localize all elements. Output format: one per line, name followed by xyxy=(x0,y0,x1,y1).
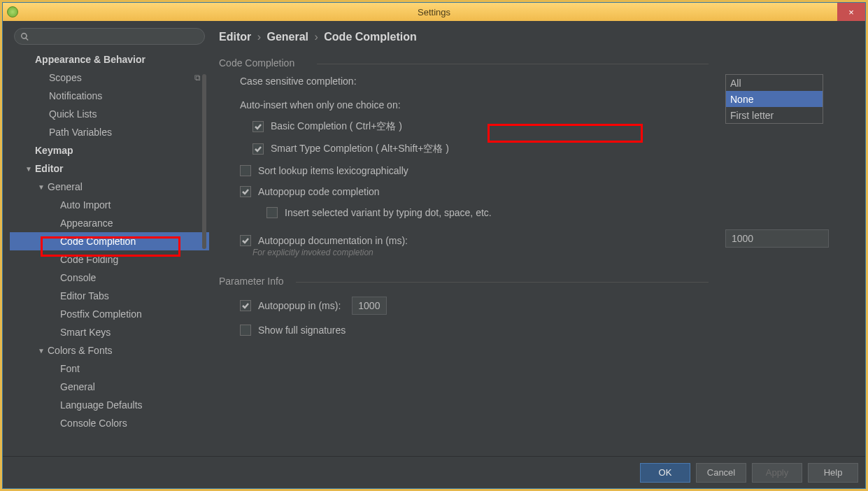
breadcrumb-part: Code Completion xyxy=(324,31,416,43)
tree-item[interactable]: Console Colors xyxy=(10,414,209,432)
tree-item-label: Keymap xyxy=(35,145,73,156)
tree-item-label: Code Folding xyxy=(60,254,118,265)
tree-item-label: Editor xyxy=(35,163,63,174)
label-autopopup-doc: Autopopup documentation in (ms): xyxy=(258,235,408,246)
settings-window: Settings × Appearance & BehaviorScopes⧉N… xyxy=(2,2,866,489)
breadcrumb-sep: › xyxy=(255,31,264,43)
tree-item-label: General xyxy=(60,381,95,392)
cancel-button[interactable]: Cancel xyxy=(696,463,746,483)
tree-item[interactable]: Smart Keys xyxy=(10,323,209,341)
ok-button[interactable]: OK xyxy=(640,463,690,483)
input-doc-ms[interactable]: 1000 xyxy=(725,229,829,248)
tree-item[interactable]: Appearance & Behavior xyxy=(10,50,209,69)
section-parameter-info: Parameter Info xyxy=(219,271,848,294)
checkbox-pi-autopopup[interactable] xyxy=(240,300,251,311)
dropdown-item[interactable]: None xyxy=(726,91,823,107)
copy-icon: ⧉ xyxy=(194,73,201,83)
checkbox-sort[interactable] xyxy=(240,165,251,176)
tree-item-label: Console Colors xyxy=(60,418,127,429)
tree-item[interactable]: Font xyxy=(10,360,209,378)
checkbox-pi-full[interactable] xyxy=(240,325,251,336)
form: Code Completion Case sensitive completio… xyxy=(219,53,848,449)
label-pi-full: Show full signatures xyxy=(258,325,346,336)
tree-item[interactable]: ▼Editor xyxy=(10,159,209,178)
label-pi-autopopup: Autopopup in (ms): xyxy=(258,300,341,311)
tree-item-label: Appearance & Behavior xyxy=(35,54,145,65)
tree-item-label: Scopes xyxy=(49,72,82,83)
tree-item-label: Colors & Fonts xyxy=(48,345,113,356)
scrollbar-thumb[interactable] xyxy=(202,74,206,249)
checkbox-basic[interactable] xyxy=(252,121,264,132)
left-pane: Appearance & BehaviorScopes⧉Notification… xyxy=(10,28,209,449)
tree-item[interactable]: Language Defaults xyxy=(10,396,209,414)
tree-item-label: Appearance xyxy=(60,218,113,229)
tree-item-label: Quick Lists xyxy=(49,108,97,120)
tree-item-label: Editor Tabs xyxy=(60,290,109,301)
tree-item[interactable]: Scopes⧉ xyxy=(10,69,209,87)
tree-item-label: Console xyxy=(60,272,96,283)
tree-item-label: Auto Import xyxy=(60,199,111,211)
tree-item-label: Notifications xyxy=(49,90,102,101)
close-button[interactable]: × xyxy=(837,3,865,21)
checkbox-autopopup-cc[interactable] xyxy=(240,186,251,197)
window-title: Settings xyxy=(418,7,450,17)
tree-item[interactable]: Console xyxy=(10,269,209,287)
tree-item-label: Postfix Completion xyxy=(60,308,142,320)
tree-item[interactable]: ▼General xyxy=(10,178,209,196)
app-icon xyxy=(7,6,18,17)
chevron-down-icon: ▼ xyxy=(25,165,34,173)
dropdown-item[interactable]: First letter xyxy=(726,107,823,123)
label-smart: Smart Type Completion ( Alt+Shift+空格 ) xyxy=(271,143,449,155)
checkbox-smart[interactable] xyxy=(252,143,264,155)
tree-item-label: Code Completion xyxy=(60,236,136,247)
label-case-sensitive: Case sensitive completion: xyxy=(240,76,357,87)
label-auto-insert: Auto-insert when only one choice on: xyxy=(240,99,401,111)
apply-button[interactable]: Apply xyxy=(752,463,802,483)
footer: OK Cancel Apply Help xyxy=(3,456,865,488)
label-insert-variant: Insert selected variant by typing dot, s… xyxy=(285,207,492,218)
tree-item-label: Language Defaults xyxy=(60,399,143,411)
dialog-body: Appearance & BehaviorScopes⧉Notification… xyxy=(3,21,865,456)
search-input[interactable] xyxy=(14,28,205,45)
help-button[interactable]: Help xyxy=(808,463,858,483)
tree-item[interactable]: Postfix Completion xyxy=(10,305,209,323)
section-code-completion: Code Completion xyxy=(219,53,848,76)
tree-item-label: Path Variables xyxy=(49,127,112,138)
input-pi-ms[interactable]: 1000 xyxy=(352,297,387,315)
tree-item[interactable]: Keymap xyxy=(10,141,209,159)
titlebar: Settings × xyxy=(3,3,865,21)
breadcrumb-part: General xyxy=(266,31,308,43)
label-basic: Basic Completion ( Ctrl+空格 ) xyxy=(271,120,402,133)
dropdown-item[interactable]: All xyxy=(726,75,823,91)
tree-item[interactable]: Quick Lists xyxy=(10,105,209,123)
breadcrumb-sep: › xyxy=(312,31,321,43)
tree-item[interactable]: Appearance xyxy=(10,214,209,232)
tree-item[interactable]: General xyxy=(10,378,209,396)
settings-tree[interactable]: Appearance & BehaviorScopes⧉Notification… xyxy=(10,50,209,449)
tree-item[interactable]: Auto Import xyxy=(10,196,209,214)
tree-item[interactable]: Editor Tabs xyxy=(10,287,209,305)
right-pane: Editor › General › Code Completion Code … xyxy=(209,28,858,449)
label-autopopup-cc: Autopopup code completion xyxy=(258,186,380,197)
breadcrumb-part: Editor xyxy=(219,31,251,43)
tree-item[interactable]: Path Variables xyxy=(10,123,209,141)
label-sort: Sort lookup items lexicographically xyxy=(258,165,408,176)
dropdown-case-sensitive[interactable]: AllNoneFirst letter xyxy=(725,74,823,124)
checkbox-autopopup-doc[interactable] xyxy=(240,235,251,246)
breadcrumb: Editor › General › Code Completion xyxy=(219,28,848,53)
tree-item[interactable]: ▼Colors & Fonts xyxy=(10,341,209,360)
chevron-down-icon: ▼ xyxy=(38,183,46,191)
tree-item-label: General xyxy=(48,181,83,192)
checkbox-insert-variant[interactable] xyxy=(266,207,278,218)
tree-item[interactable]: Code Completion xyxy=(10,232,209,250)
tree-item-label: Font xyxy=(60,363,80,374)
chevron-down-icon: ▼ xyxy=(38,347,46,355)
tree-item-label: Smart Keys xyxy=(60,327,111,338)
tree-item[interactable]: Notifications xyxy=(10,87,209,105)
tree-item[interactable]: Code Folding xyxy=(10,250,209,269)
search-icon xyxy=(20,32,29,41)
